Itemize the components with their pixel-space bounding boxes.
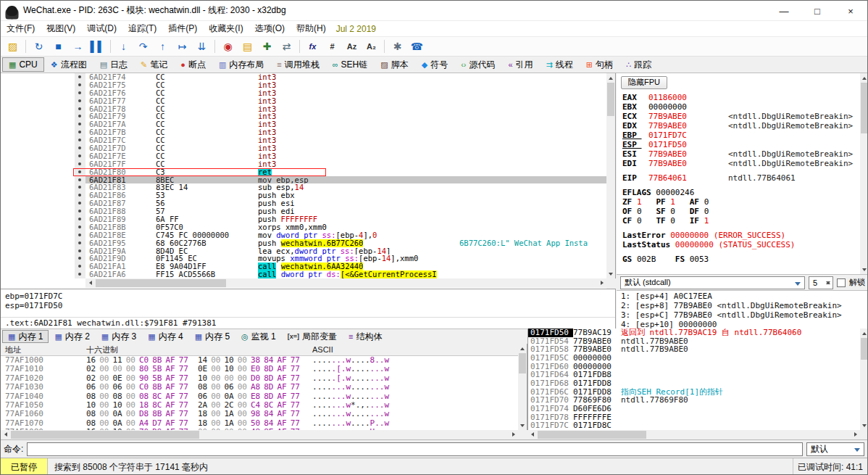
case-az-icon[interactable]: Az: [343, 38, 361, 54]
tab-breakpoints[interactable]: ●断点: [174, 57, 212, 72]
scroll-up-icon[interactable]: [860, 73, 868, 82]
scroll-down-icon[interactable]: [606, 270, 615, 278]
animate-into-icon[interactable]: ⇊: [193, 38, 211, 54]
disasm-row[interactable]: 6AD21F77CCint3: [1, 97, 606, 105]
tab-notes[interactable]: ✎笔记: [134, 57, 174, 72]
dump-row[interactable]: 77AF103006000600C08BAF7708000600A88DAF77…: [1, 383, 518, 392]
tab-memory-dump[interactable]: ▦内存 4: [142, 330, 188, 343]
scroll-up-icon[interactable]: [606, 73, 615, 82]
register-row[interactable]: EFLAGS 00000246: [622, 188, 859, 197]
step-out-icon[interactable]: ↑: [154, 38, 172, 54]
dump-horizontal-scrollbar[interactable]: [1, 430, 518, 439]
command-input[interactable]: [27, 442, 803, 456]
disasm-vertical-scrollbar[interactable]: [606, 73, 615, 278]
step-into-icon[interactable]: ↓: [114, 38, 133, 54]
scroll-thumb[interactable]: [861, 83, 868, 133]
scroll-down-icon[interactable]: [518, 421, 527, 430]
compare-icon[interactable]: ⇄: [277, 38, 296, 54]
dump-row[interactable]: 77AF106008000A00D88BAF7718001A009884AF77…: [1, 410, 518, 418]
register-row[interactable]: CF 0 TF 0 IF 1: [622, 216, 859, 226]
open-file-icon[interactable]: ▨: [4, 38, 22, 54]
hide-fpu-button[interactable]: 隐藏FPU: [621, 76, 667, 89]
register-row[interactable]: EDI 77B9ABE0<ntdll.DbgUiRemoteBreakin>: [622, 159, 859, 168]
tab-log[interactable]: ▤日志: [93, 57, 134, 72]
close-button[interactable]: ×: [834, 1, 867, 21]
tab-memory-dump[interactable]: ▦内存 5: [189, 330, 235, 343]
run-to-cursor-icon[interactable]: ↦: [173, 38, 191, 54]
step-over-icon[interactable]: ↷: [134, 38, 152, 54]
tab-graph[interactable]: ❖流程图: [44, 57, 93, 72]
stack-row[interactable]: 0171FD7C0171FD8C: [528, 421, 861, 430]
minimize-button[interactable]: —: [767, 1, 801, 21]
registers-vertical-scrollbar[interactable]: [860, 73, 868, 274]
stack-row[interactable]: 0171FD5C00000000: [528, 354, 861, 363]
menu-item-4[interactable]: 追踪(T): [122, 20, 162, 37]
scroll-down-icon[interactable]: [860, 421, 868, 430]
maximize-button[interactable]: □: [801, 1, 834, 21]
argument-row[interactable]: 3: [esp+C] 77B9ABE0 <ntdll.DbgUiRemoteBr…: [621, 310, 868, 320]
scroll-right-icon[interactable]: [509, 430, 518, 439]
scroll-thumb[interactable]: [607, 83, 614, 116]
disasm-row[interactable]: 6AD21F80C3ret: [1, 168, 606, 176]
scroll-right-icon[interactable]: [598, 278, 606, 287]
scroll-up-icon[interactable]: [518, 344, 527, 352]
stack-row[interactable]: 0171FD74D60FE6D6: [528, 405, 861, 413]
register-row[interactable]: OF 0 SF 0 DF 0: [622, 207, 859, 216]
stack-horizontal-scrollbar[interactable]: [527, 430, 860, 439]
argument-count-stepper[interactable]: 5: [809, 276, 833, 289]
menu-item-2[interactable]: 视图(V): [41, 20, 81, 37]
tab-call-stack[interactable]: ≡调用堆栈: [270, 57, 325, 72]
register-row[interactable]: EAX 01186000: [622, 93, 859, 102]
register-row[interactable]: EBX 00000000: [622, 102, 859, 112]
register-row[interactable]: ESP 0171FD50: [622, 140, 859, 149]
calling-convention-dropdown[interactable]: 默认 (stdcall): [620, 276, 805, 289]
scroll-down-icon[interactable]: [860, 265, 868, 274]
stack-row[interactable]: 0171FD5077B9AC19返回到 ntdll.77B9AC19 自 ntd…: [528, 329, 861, 337]
menu-item-3[interactable]: 调试(D): [81, 20, 122, 37]
register-row[interactable]: EDX 77B9ABE0<ntdll.DbgUiRemoteBreakin>: [622, 121, 859, 131]
stack-row[interactable]: 0171FD680171FDD8: [528, 379, 861, 388]
menu-item-1[interactable]: 文件(F): [1, 20, 41, 37]
menu-item-5[interactable]: 插件(P): [162, 20, 203, 37]
tab-handles[interactable]: ⊞句柄: [580, 57, 619, 72]
register-row[interactable]: LastStatus 00000000 (STATUS_SUCCESS): [622, 240, 859, 249]
restart-icon[interactable]: ↻: [30, 38, 48, 54]
stop-icon[interactable]: ■: [49, 38, 67, 54]
menu-item-7[interactable]: 选项(O): [249, 20, 291, 37]
scroll-thumb[interactable]: [519, 353, 526, 373]
disasm-horizontal-scrollbar[interactable]: [85, 278, 606, 288]
register-row[interactable]: ZF 1 PF 1 AF 0: [622, 197, 859, 207]
tab-memory-map[interactable]: ▥内存布局: [212, 57, 270, 72]
menu-item-6[interactable]: 收藏夹(I): [203, 20, 249, 37]
tab-memory-dump[interactable]: ▦内存 1: [2, 330, 49, 343]
dump-row[interactable]: 77AF101002000000805BAF770E001000E08DAF77…: [1, 365, 518, 373]
tab-threads[interactable]: ⇉线程: [540, 57, 580, 72]
dump-vertical-scrollbar[interactable]: [518, 344, 527, 430]
command-profile-dropdown[interactable]: 默认: [806, 442, 864, 456]
hash-icon[interactable]: #: [323, 38, 341, 54]
notes-icon[interactable]: ▤: [238, 38, 256, 54]
tab-seh-chain[interactable]: ∞SEH链: [326, 57, 375, 72]
tab-references[interactable]: «引用: [501, 57, 539, 72]
scroll-left-icon[interactable]: [1, 430, 9, 439]
register-row[interactable]: LastError 00000000 (ERROR_SUCCESS): [622, 231, 859, 240]
tab-locals[interactable]: [x=]局部变量: [282, 330, 343, 343]
register-row[interactable]: ESI 77B9ABE0<ntdll.DbgUiRemoteBreakin>: [622, 149, 859, 159]
scroll-left-icon[interactable]: [85, 278, 94, 287]
tab-watch[interactable]: ◎监视 1: [235, 330, 282, 343]
stack-vertical-scrollbar[interactable]: [860, 329, 868, 430]
assemble-icon[interactable]: A₂: [362, 38, 380, 54]
register-row[interactable]: EIP 77B64061ntdll.77B64061: [622, 173, 859, 183]
scroll-thumb[interactable]: [96, 279, 226, 287]
scroll-thumb[interactable]: [538, 431, 646, 439]
scroll-up-icon[interactable]: [860, 329, 868, 337]
patches-icon[interactable]: ✚: [258, 38, 276, 54]
spinner-down-icon[interactable]: [826, 281, 830, 286]
tab-symbols[interactable]: ◆符号: [415, 57, 454, 72]
settings-icon[interactable]: ✱: [388, 38, 406, 54]
menu-item-8[interactable]: 帮助(H): [291, 20, 332, 37]
highlight-fx-icon[interactable]: fx: [304, 38, 322, 54]
tab-struct[interactable]: ≡结构体: [343, 330, 388, 343]
tab-memory-dump[interactable]: ▦内存 2: [49, 330, 95, 343]
argument-row[interactable]: 1: [esp+4] A0C17EEA: [621, 292, 868, 301]
